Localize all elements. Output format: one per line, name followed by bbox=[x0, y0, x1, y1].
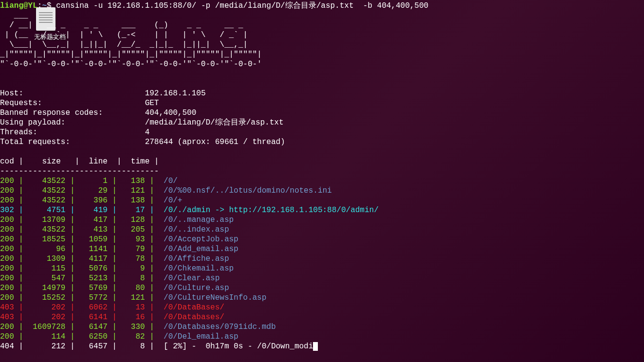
prompt-line: liang@YL:~$ cansina -u 192.168.1.105:88/… bbox=[0, 1, 644, 11]
table-row: 200 | 96 | 1141 | 79 | /0/Add_email.asp bbox=[0, 244, 644, 254]
row-path: /0/..manage.asp bbox=[164, 216, 234, 224]
row-path: /0/CultureNewsInfo.asp bbox=[164, 293, 266, 302]
table-row: 200 | 18525 | 1059 | 93 | /0/AcceptJob.a… bbox=[0, 235, 644, 244]
row-stats: 200 | 43522 | 1 | 138 | bbox=[0, 177, 164, 185]
info-value: 278644 (aprox: 69661 / thread) bbox=[145, 138, 285, 146]
row-path: /0/Databases/0791idc.mdb bbox=[164, 323, 276, 331]
row-path: /0/./admin -> http://192.168.1.105:88/0/… bbox=[164, 206, 379, 215]
table-row: 200 | 43522 | 1 | 138 | /0/ bbox=[0, 176, 644, 186]
table-header: cod | size | line | time | bbox=[0, 157, 644, 166]
blank-line bbox=[0, 79, 644, 89]
info-label: Banned response codes: bbox=[0, 109, 145, 117]
row-path: /0/%00.nsf/../lotus/domino/notes.ini bbox=[164, 186, 332, 195]
info-label: Total requests: bbox=[0, 138, 145, 146]
info-row: Total requests: 278644 (aprox: 69661 / t… bbox=[0, 137, 644, 147]
info-value: /media/liang/D/综合目录/asp.txt bbox=[145, 118, 284, 127]
row-stats: 200 | 547 | 5213 | 8 | bbox=[0, 274, 164, 283]
cursor-icon bbox=[313, 342, 318, 351]
info-value: GET bbox=[145, 99, 159, 108]
table-row: 200 | 43522 | 396 | 138 | /0/+ bbox=[0, 196, 644, 205]
row-stats: 200 | 18525 | 1059 | 93 | bbox=[0, 235, 164, 244]
row-stats: 200 | 43522 | 396 | 138 | bbox=[0, 196, 164, 205]
info-value: 4 bbox=[145, 128, 150, 137]
ascii-art-line: ___ bbox=[0, 11, 644, 20]
table-row: 200 | 115 | 5076 | 9 | /0/Chkemail.asp bbox=[0, 264, 644, 273]
ascii-art-line: | (__ / _` | | ' \ (_-< | | | ' \ / _` | bbox=[0, 30, 644, 40]
row-path: /0/..index.asp bbox=[164, 225, 229, 234]
row-path: /0/AcceptJob.asp bbox=[164, 235, 239, 244]
row-path: /0/Del_email.asp bbox=[164, 332, 239, 341]
info-value: 192.168.1.105 bbox=[145, 89, 206, 98]
table-row: 403 | 202 | 6141 | 16 | /0/Databases/ bbox=[0, 312, 644, 322]
row-path: /0/Clear.asp bbox=[164, 274, 220, 283]
row-stats: 200 | 43522 | 29 | 121 | bbox=[0, 186, 164, 195]
row-stats: 200 | 13709 | 417 | 128 | bbox=[0, 216, 164, 224]
prompt-colon: : bbox=[37, 1, 42, 10]
info-label: Host: bbox=[0, 89, 145, 98]
terminal-output[interactable]: liang@YL:~$ cansina -u 192.168.1.105:88/… bbox=[0, 0, 644, 362]
ascii-art-line: "`-0-0-'"`-0-0-'"`-0-0-'"`-0-0-'"`-0-0-'… bbox=[0, 59, 644, 69]
row-stats: 200 | 14979 | 5769 | 80 | bbox=[0, 284, 164, 292]
status-stats: 404 | 212 | 6457 | 8 | bbox=[0, 342, 164, 351]
ascii-art-line: \___| \__,_| |_||_| /__/_ _|_|_ |_||_| \… bbox=[0, 40, 644, 50]
row-path: /0/+ bbox=[164, 196, 182, 205]
row-stats: 200 | 114 | 6250 | 82 | bbox=[0, 332, 164, 341]
info-row: Using payload: /media/liang/D/综合目录/asp.t… bbox=[0, 118, 644, 127]
table-row: 200 | 14979 | 5769 | 80 | /0/Culture.asp bbox=[0, 283, 644, 293]
row-path: /0/Databases/ bbox=[164, 313, 224, 322]
table-row: 302 | 4751 | 419 | 17 | /0/./admin -> ht… bbox=[0, 205, 644, 215]
row-stats: 200 | 96 | 1141 | 79 | bbox=[0, 245, 164, 253]
row-path: /0/Affiche.asp bbox=[164, 254, 229, 263]
row-path: /0/DataBases/ bbox=[164, 303, 224, 312]
blank-line bbox=[0, 147, 644, 157]
table-row: 200 | 547 | 5213 | 8 | /0/Clear.asp bbox=[0, 273, 644, 283]
row-stats: 200 | 43522 | 413 | 205 | bbox=[0, 225, 164, 234]
info-label: Requests: bbox=[0, 99, 145, 108]
command-text: cansina -u 192.168.1.105:88/0/ -p /media… bbox=[56, 1, 428, 10]
row-stats: 302 | 4751 | 419 | 17 | bbox=[0, 206, 164, 215]
status-row: 404 | 212 | 6457 | 8 | [ 2%] - 0h17m 0s … bbox=[0, 342, 644, 351]
row-path: /0/Culture.asp bbox=[164, 284, 229, 292]
row-stats: 200 | 1609728 | 6147 | 330 | bbox=[0, 323, 164, 331]
info-value: 404,400,500 bbox=[145, 109, 197, 117]
prompt-user: liang@YL bbox=[0, 1, 37, 10]
blank-line bbox=[0, 69, 644, 79]
row-path: /0/Chkemail.asp bbox=[164, 264, 234, 273]
prompt-dollar: $ bbox=[47, 1, 56, 10]
info-row: Threads: 4 bbox=[0, 127, 644, 137]
info-row: Requests: GET bbox=[0, 98, 644, 108]
info-row: Banned response codes: 404,400,500 bbox=[0, 108, 644, 118]
table-row: 200 | 13709 | 417 | 128 | /0/..manage.as… bbox=[0, 215, 644, 225]
row-stats: 200 | 1309 | 4117 | 78 | bbox=[0, 254, 164, 263]
row-stats: 403 | 202 | 6141 | 16 | bbox=[0, 313, 164, 322]
ascii-art-line: / __| __ _ _ _ ___ (_) _ _ __ _ bbox=[0, 20, 644, 30]
table-row: 200 | 43522 | 413 | 205 | /0/..index.asp bbox=[0, 225, 644, 235]
table-row: 200 | 1309 | 4117 | 78 | /0/Affiche.asp bbox=[0, 254, 644, 264]
table-divider: ---------------------------------- bbox=[0, 166, 644, 176]
info-label: Using payload: bbox=[0, 118, 145, 127]
table-row: 403 | 202 | 6062 | 13 | /0/DataBases/ bbox=[0, 303, 644, 312]
status-text: [ 2%] - 0h17m 0s - /0/Down_modi bbox=[164, 342, 313, 351]
table-row: 200 | 114 | 6250 | 82 | /0/Del_email.asp bbox=[0, 332, 644, 342]
table-row: 200 | 43522 | 29 | 121 | /0/%00.nsf/../l… bbox=[0, 186, 644, 196]
ascii-art-line: _|"""""|_|"""""|_|"""""|_|"""""|_|"""""|… bbox=[0, 50, 644, 59]
table-row: 200 | 1609728 | 6147 | 330 | /0/Database… bbox=[0, 322, 644, 332]
row-stats: 200 | 115 | 5076 | 9 | bbox=[0, 264, 164, 273]
row-path: /0/Add_email.asp bbox=[164, 245, 239, 253]
info-row: Host: 192.168.1.105 bbox=[0, 89, 644, 98]
row-stats: 200 | 15252 | 5772 | 121 | bbox=[0, 293, 164, 302]
row-path: /0/ bbox=[164, 177, 178, 185]
prompt-path: ~ bbox=[42, 1, 47, 10]
row-stats: 403 | 202 | 6062 | 13 | bbox=[0, 303, 164, 312]
info-label: Threads: bbox=[0, 128, 145, 137]
table-row: 200 | 15252 | 5772 | 121 | /0/CultureNew… bbox=[0, 293, 644, 303]
